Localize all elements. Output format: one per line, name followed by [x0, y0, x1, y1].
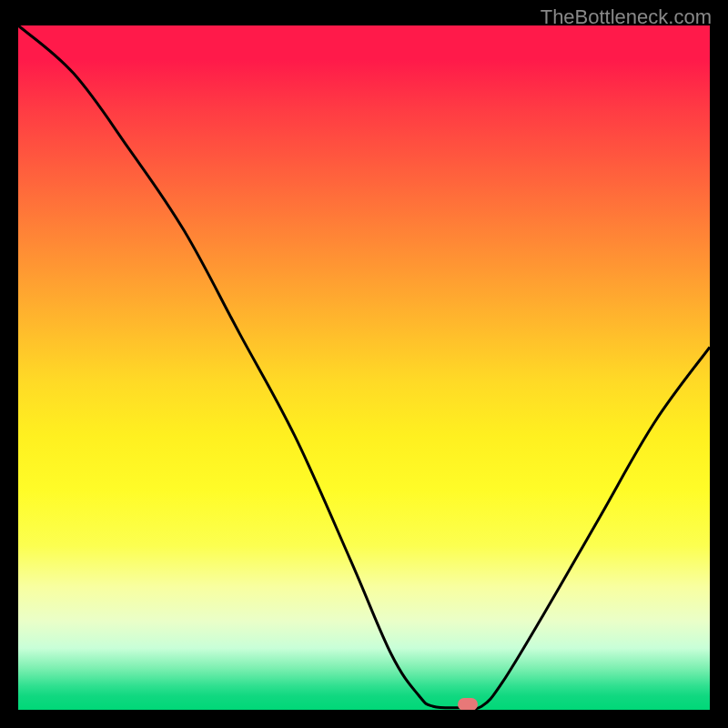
bottleneck-curve: [18, 25, 710, 710]
optimal-point-marker: [458, 698, 478, 710]
attribution-text: TheBottleneck.com: [541, 5, 712, 29]
plot-area: [18, 25, 710, 710]
